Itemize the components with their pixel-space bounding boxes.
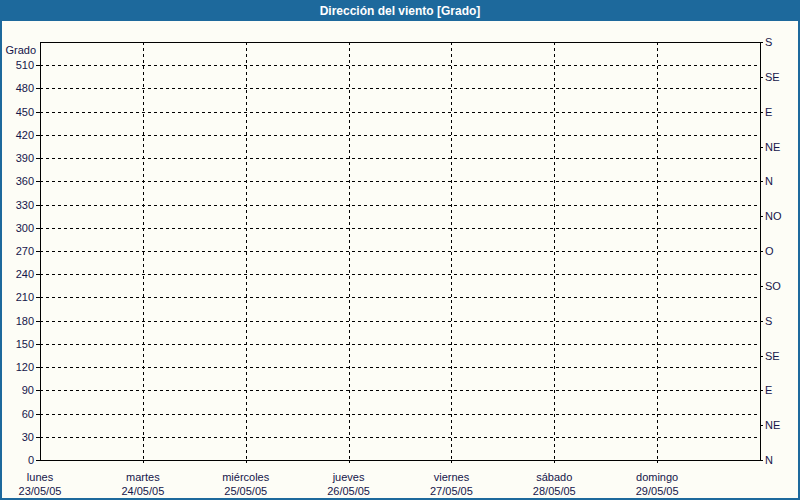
x-axis-date-label: 28/05/05 xyxy=(533,485,576,497)
y-axis-tick-label: 150 xyxy=(16,338,34,350)
right-axis-compass-label: O xyxy=(765,245,774,257)
chart-title-bar: Dirección del viento [Grado] xyxy=(0,0,800,21)
y-axis-title: Grado xyxy=(5,44,36,56)
y-axis-tick-label: 30 xyxy=(22,431,34,443)
x-axis-day-label: viernes xyxy=(434,471,470,483)
chart-content-area: 5104804504203903603303002702402101801501… xyxy=(2,21,798,498)
y-axis-tick-label: 390 xyxy=(16,152,34,164)
chart-window: Dirección del viento [Grado] 51048045042… xyxy=(0,0,800,500)
y-axis-tick-label: 270 xyxy=(16,245,34,257)
y-axis-tick-label: 480 xyxy=(16,82,34,94)
right-axis-compass-label: E xyxy=(765,106,772,118)
x-axis-day-label: miércoles xyxy=(222,471,270,483)
x-axis-day-label: jueves xyxy=(332,471,365,483)
right-axis-compass-label: S xyxy=(765,36,772,48)
right-axis-compass-label: SO xyxy=(765,280,781,292)
x-axis-date-label: 26/05/05 xyxy=(327,485,370,497)
y-axis-tick-label: 0 xyxy=(28,454,34,466)
x-axis-date-label: 24/05/05 xyxy=(121,485,164,497)
y-axis-tick-label: 510 xyxy=(16,59,34,71)
right-axis-compass-label: N xyxy=(765,175,773,187)
right-axis-compass-label: E xyxy=(765,384,772,396)
y-axis-tick-label: 90 xyxy=(22,384,34,396)
y-axis-tick-label: 210 xyxy=(16,291,34,303)
x-axis-day-label: sábado xyxy=(536,471,572,483)
right-axis-compass-label: N xyxy=(765,454,773,466)
y-axis-tick-label: 120 xyxy=(16,361,34,373)
chart-title: Dirección del viento [Grado] xyxy=(320,4,481,18)
y-axis-tick-label: 330 xyxy=(16,199,34,211)
y-axis-tick-label: 60 xyxy=(22,408,34,420)
y-axis-tick-label: 240 xyxy=(16,268,34,280)
x-axis-day-label: domingo xyxy=(636,471,678,483)
wind-direction-chart: 5104804504203903603303002702402101801501… xyxy=(2,21,798,498)
right-axis-compass-label: NE xyxy=(765,141,780,153)
right-axis-compass-label: SE xyxy=(765,71,780,83)
x-axis-day-label: lunes xyxy=(27,471,54,483)
y-axis-tick-label: 300 xyxy=(16,222,34,234)
x-axis-date-label: 27/05/05 xyxy=(430,485,473,497)
x-axis-date-label: 25/05/05 xyxy=(224,485,267,497)
right-axis-compass-label: NO xyxy=(765,210,782,222)
x-axis-day-label: martes xyxy=(126,471,160,483)
x-axis-date-label: 23/05/05 xyxy=(19,485,62,497)
right-axis-compass-label: NE xyxy=(765,419,780,431)
right-axis-compass-label: S xyxy=(765,315,772,327)
y-axis-tick-label: 180 xyxy=(16,315,34,327)
y-axis-tick-label: 450 xyxy=(16,106,34,118)
y-axis-tick-label: 360 xyxy=(16,175,34,187)
right-axis-compass-label: SE xyxy=(765,350,780,362)
y-axis-tick-label: 420 xyxy=(16,129,34,141)
x-axis-date-label: 29/05/05 xyxy=(636,485,679,497)
